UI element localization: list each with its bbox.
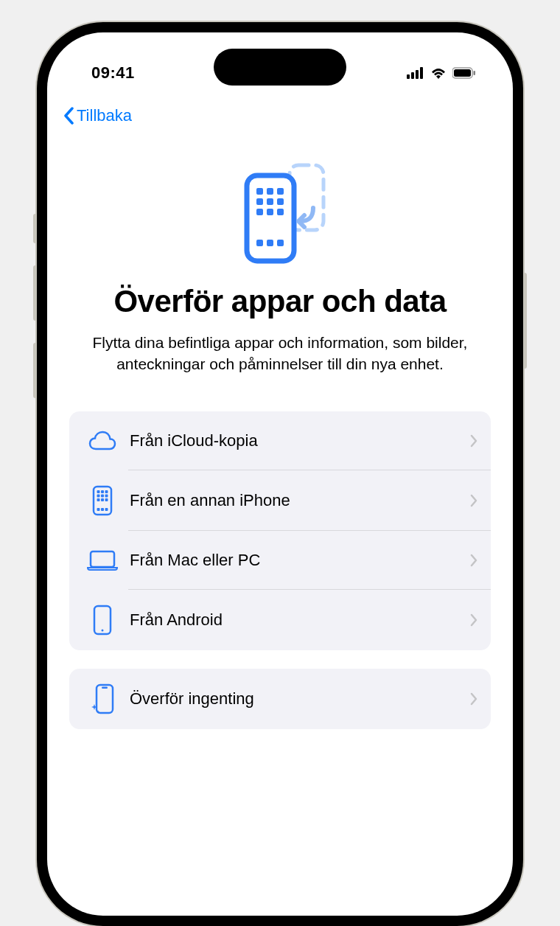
svg-rect-30: [105, 498, 108, 501]
svg-rect-34: [91, 551, 114, 567]
option-label: Överför ingenting: [130, 689, 470, 709]
option-transfer-nothing[interactable]: Överför ingenting: [69, 669, 491, 729]
cloud-icon: [84, 431, 121, 451]
phone-frame: 09:41: [37, 22, 523, 926]
svg-rect-6: [474, 71, 476, 75]
iphone-apps-icon: [84, 485, 121, 516]
svg-rect-5: [454, 69, 471, 77]
svg-rect-27: [105, 494, 108, 497]
side-buttons-left: [33, 214, 37, 420]
svg-point-36: [102, 629, 104, 631]
side-buttons-right: [523, 273, 527, 369]
transfer-hero-icon: [69, 162, 491, 265]
screen: 09:41: [47, 32, 513, 916]
chevron-right-icon: [470, 613, 477, 627]
svg-rect-15: [256, 209, 263, 215]
page-subtitle: Flytta dina befintliga appar och informa…: [69, 333, 491, 375]
option-another-iphone[interactable]: Från en annan iPhone: [69, 470, 491, 531]
chevron-left-icon: [62, 107, 75, 125]
status-time: 09:41: [91, 63, 135, 83]
back-button[interactable]: Tillbaka: [62, 106, 132, 125]
svg-rect-37: [97, 685, 113, 713]
primary-options-group: Från iCloud-kopia: [69, 411, 491, 650]
phone-outline-icon: [84, 605, 121, 636]
option-label: Från Mac eller PC: [130, 551, 470, 570]
svg-rect-28: [97, 498, 100, 501]
svg-rect-38: [102, 686, 108, 689]
svg-rect-23: [101, 490, 104, 493]
svg-rect-0: [407, 74, 410, 79]
secondary-options-group: Överför ingenting: [69, 669, 491, 729]
svg-rect-26: [101, 494, 104, 497]
svg-rect-17: [277, 209, 284, 215]
svg-rect-14: [277, 198, 284, 205]
svg-rect-1: [411, 72, 414, 79]
cellular-icon: [407, 67, 424, 79]
chevron-right-icon: [470, 494, 477, 507]
phone-sparkle-icon: [84, 683, 121, 714]
page-title: Överför appar och data: [69, 284, 491, 319]
option-icloud-backup[interactable]: Från iCloud-kopia: [69, 411, 491, 470]
svg-rect-9: [256, 188, 263, 195]
option-android[interactable]: Från Android: [69, 590, 491, 650]
svg-rect-11: [277, 188, 284, 195]
svg-rect-12: [256, 198, 263, 205]
svg-rect-2: [416, 70, 419, 79]
status-icons: [407, 67, 476, 79]
chevron-right-icon: [470, 434, 477, 448]
back-label: Tillbaka: [77, 106, 132, 125]
dynamic-island: [214, 49, 346, 86]
svg-rect-3: [420, 67, 423, 79]
content: Överför appar och data Flytta dina befin…: [47, 133, 513, 729]
svg-rect-19: [267, 240, 273, 246]
svg-rect-20: [277, 240, 284, 246]
svg-rect-22: [97, 490, 100, 493]
chevron-right-icon: [470, 692, 477, 706]
svg-rect-13: [267, 198, 273, 205]
svg-rect-31: [97, 508, 100, 511]
nav-bar: Tillbaka: [47, 91, 513, 133]
svg-rect-29: [101, 498, 104, 501]
battery-icon: [452, 67, 476, 79]
svg-rect-32: [101, 508, 104, 511]
chevron-right-icon: [470, 554, 477, 567]
option-mac-pc[interactable]: Från Mac eller PC: [69, 531, 491, 590]
svg-rect-18: [256, 240, 263, 246]
svg-rect-10: [267, 188, 273, 195]
svg-rect-16: [267, 209, 273, 215]
option-label: Från Android: [130, 610, 470, 630]
wifi-icon: [430, 67, 447, 79]
option-label: Från iCloud-kopia: [130, 431, 470, 450]
option-label: Från en annan iPhone: [130, 491, 470, 510]
svg-rect-33: [105, 508, 108, 511]
svg-rect-24: [105, 490, 108, 493]
laptop-icon: [84, 550, 121, 571]
svg-rect-25: [97, 494, 100, 497]
